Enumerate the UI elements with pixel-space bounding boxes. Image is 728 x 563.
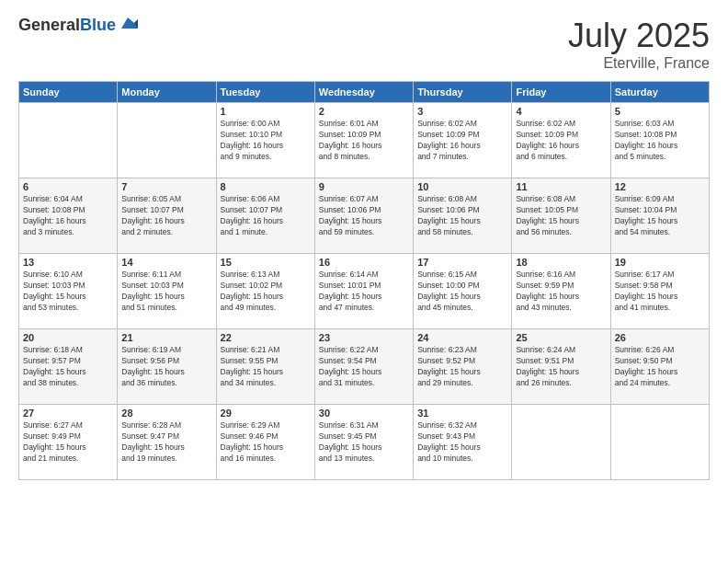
day-number: 23 <box>319 332 409 343</box>
day-number: 12 <box>615 181 705 192</box>
calendar-cell: 21Sunrise: 6:19 AMSunset: 9:56 PMDayligh… <box>118 329 216 405</box>
calendar-row-5: 27Sunrise: 6:27 AMSunset: 9:49 PMDayligh… <box>19 405 710 480</box>
day-number: 7 <box>121 181 211 192</box>
day-number: 19 <box>615 257 705 268</box>
day-info: Sunrise: 6:16 AMSunset: 9:59 PMDaylight:… <box>516 270 606 314</box>
day-number: 24 <box>417 332 507 343</box>
day-info: Sunrise: 6:21 AMSunset: 9:55 PMDaylight:… <box>221 345 311 389</box>
day-number: 6 <box>23 181 113 192</box>
calendar-cell: 19Sunrise: 6:17 AMSunset: 9:58 PMDayligh… <box>610 254 709 329</box>
calendar-cell: 4Sunrise: 6:02 AMSunset: 10:09 PMDayligh… <box>512 103 610 178</box>
day-info: Sunrise: 6:14 AMSunset: 10:01 PMDaylight… <box>319 270 409 314</box>
header-monday: Monday <box>118 82 216 103</box>
header-friday: Friday <box>512 82 610 103</box>
day-info: Sunrise: 6:08 AMSunset: 10:06 PMDaylight… <box>417 194 507 238</box>
day-number: 28 <box>121 408 211 419</box>
calendar-cell: 8Sunrise: 6:06 AMSunset: 10:07 PMDayligh… <box>216 178 314 254</box>
calendar-cell: 15Sunrise: 6:13 AMSunset: 10:02 PMDaylig… <box>216 254 314 329</box>
day-number: 2 <box>319 106 409 117</box>
day-number: 15 <box>221 257 311 268</box>
day-number: 30 <box>319 408 409 419</box>
calendar-cell: 14Sunrise: 6:11 AMSunset: 10:03 PMDaylig… <box>118 254 216 329</box>
day-info: Sunrise: 6:09 AMSunset: 10:04 PMDaylight… <box>615 194 705 238</box>
calendar-cell: 1Sunrise: 6:00 AMSunset: 10:10 PMDayligh… <box>216 103 314 178</box>
day-info: Sunrise: 6:24 AMSunset: 9:51 PMDaylight:… <box>516 345 606 389</box>
day-info: Sunrise: 6:32 AMSunset: 9:43 PMDaylight:… <box>417 420 507 465</box>
day-number: 20 <box>23 332 113 343</box>
day-number: 8 <box>221 181 311 192</box>
day-number: 29 <box>221 408 311 419</box>
header-sunday: Sunday <box>19 82 118 103</box>
day-number: 1 <box>221 106 311 117</box>
day-info: Sunrise: 6:11 AMSunset: 10:03 PMDaylight… <box>121 270 211 314</box>
calendar-cell: 6Sunrise: 6:04 AMSunset: 10:08 PMDayligh… <box>19 178 118 254</box>
day-info: Sunrise: 6:02 AMSunset: 10:09 PMDaylight… <box>516 119 606 163</box>
title-block: July 2025 Eterville, France <box>568 17 710 72</box>
day-number: 31 <box>417 408 507 419</box>
header: GeneralBlue July 2025 Eterville, France <box>18 17 710 72</box>
calendar-cell: 29Sunrise: 6:29 AMSunset: 9:46 PMDayligh… <box>216 405 314 480</box>
day-number: 3 <box>417 106 507 117</box>
logo-blue-text: Blue <box>80 16 116 34</box>
calendar-cell: 23Sunrise: 6:22 AMSunset: 9:54 PMDayligh… <box>314 329 413 405</box>
logo-icon <box>118 16 138 32</box>
title-month: July 2025 <box>568 17 710 55</box>
header-tuesday: Tuesday <box>216 82 314 103</box>
day-info: Sunrise: 6:05 AMSunset: 10:07 PMDaylight… <box>121 194 211 238</box>
header-saturday: Saturday <box>610 82 709 103</box>
calendar-cell: 22Sunrise: 6:21 AMSunset: 9:55 PMDayligh… <box>216 329 314 405</box>
day-info: Sunrise: 6:26 AMSunset: 9:50 PMDaylight:… <box>615 345 705 389</box>
calendar-cell: 7Sunrise: 6:05 AMSunset: 10:07 PMDayligh… <box>118 178 216 254</box>
calendar-cell: 16Sunrise: 6:14 AMSunset: 10:01 PMDaylig… <box>314 254 413 329</box>
day-info: Sunrise: 6:15 AMSunset: 10:00 PMDaylight… <box>417 270 507 314</box>
day-info: Sunrise: 6:00 AMSunset: 10:10 PMDaylight… <box>221 119 311 163</box>
day-info: Sunrise: 6:13 AMSunset: 10:02 PMDaylight… <box>221 270 311 314</box>
calendar-cell <box>512 405 610 480</box>
day-info: Sunrise: 6:10 AMSunset: 10:03 PMDaylight… <box>23 270 113 314</box>
calendar-row-3: 13Sunrise: 6:10 AMSunset: 10:03 PMDaylig… <box>19 254 710 329</box>
calendar-cell: 24Sunrise: 6:23 AMSunset: 9:52 PMDayligh… <box>414 329 512 405</box>
day-number: 4 <box>516 106 606 117</box>
logo: GeneralBlue <box>18 17 138 35</box>
calendar-cell <box>118 103 216 178</box>
calendar-cell: 31Sunrise: 6:32 AMSunset: 9:43 PMDayligh… <box>414 405 512 480</box>
calendar-cell <box>610 405 709 480</box>
day-info: Sunrise: 6:17 AMSunset: 9:58 PMDaylight:… <box>615 270 705 314</box>
header-wednesday: Wednesday <box>314 82 413 103</box>
calendar-cell: 25Sunrise: 6:24 AMSunset: 9:51 PMDayligh… <box>512 329 610 405</box>
day-info: Sunrise: 6:08 AMSunset: 10:05 PMDaylight… <box>516 194 606 238</box>
day-info: Sunrise: 6:29 AMSunset: 9:46 PMDaylight:… <box>221 420 311 465</box>
day-number: 26 <box>615 332 705 343</box>
day-info: Sunrise: 6:27 AMSunset: 9:49 PMDaylight:… <box>23 420 113 465</box>
calendar-cell: 10Sunrise: 6:08 AMSunset: 10:06 PMDaylig… <box>414 178 512 254</box>
day-info: Sunrise: 6:19 AMSunset: 9:56 PMDaylight:… <box>121 345 211 389</box>
day-number: 11 <box>516 181 606 192</box>
day-info: Sunrise: 6:06 AMSunset: 10:07 PMDaylight… <box>221 194 311 238</box>
calendar-cell: 12Sunrise: 6:09 AMSunset: 10:04 PMDaylig… <box>610 178 709 254</box>
calendar-cell: 27Sunrise: 6:27 AMSunset: 9:49 PMDayligh… <box>19 405 118 480</box>
calendar-cell <box>19 103 118 178</box>
calendar-cell: 9Sunrise: 6:07 AMSunset: 10:06 PMDayligh… <box>314 178 413 254</box>
day-info: Sunrise: 6:01 AMSunset: 10:09 PMDaylight… <box>319 119 409 163</box>
calendar-row-4: 20Sunrise: 6:18 AMSunset: 9:57 PMDayligh… <box>19 329 710 405</box>
day-number: 17 <box>417 257 507 268</box>
calendar-cell: 18Sunrise: 6:16 AMSunset: 9:59 PMDayligh… <box>512 254 610 329</box>
day-info: Sunrise: 6:03 AMSunset: 10:08 PMDaylight… <box>615 119 705 163</box>
day-info: Sunrise: 6:23 AMSunset: 9:52 PMDaylight:… <box>417 345 507 389</box>
day-number: 16 <box>319 257 409 268</box>
calendar-table: Sunday Monday Tuesday Wednesday Thursday… <box>18 81 710 480</box>
page: GeneralBlue July 2025 Eterville, France … <box>0 0 728 563</box>
calendar-cell: 2Sunrise: 6:01 AMSunset: 10:09 PMDayligh… <box>314 103 413 178</box>
calendar-row-1: 1Sunrise: 6:00 AMSunset: 10:10 PMDayligh… <box>19 103 710 178</box>
logo-general-text: General <box>18 16 80 34</box>
calendar-cell: 28Sunrise: 6:28 AMSunset: 9:47 PMDayligh… <box>118 405 216 480</box>
calendar-cell: 30Sunrise: 6:31 AMSunset: 9:45 PMDayligh… <box>314 405 413 480</box>
day-number: 5 <box>615 106 705 117</box>
day-number: 10 <box>417 181 507 192</box>
day-number: 14 <box>121 257 211 268</box>
calendar-cell: 13Sunrise: 6:10 AMSunset: 10:03 PMDaylig… <box>19 254 118 329</box>
day-number: 21 <box>121 332 211 343</box>
day-info: Sunrise: 6:22 AMSunset: 9:54 PMDaylight:… <box>319 345 409 389</box>
calendar-cell: 17Sunrise: 6:15 AMSunset: 10:00 PMDaylig… <box>414 254 512 329</box>
calendar-cell: 26Sunrise: 6:26 AMSunset: 9:50 PMDayligh… <box>610 329 709 405</box>
